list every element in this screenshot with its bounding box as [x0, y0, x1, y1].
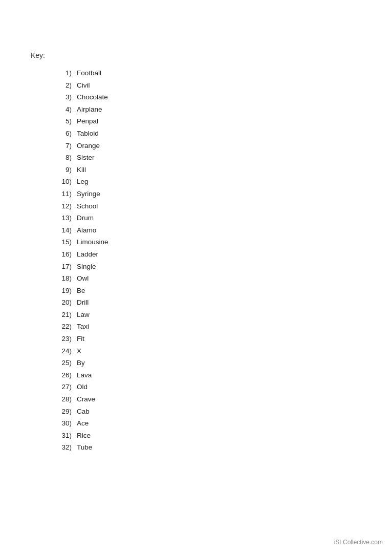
list-item: 2)Civil — [41, 80, 361, 91]
list-item: 23)Fit — [41, 333, 361, 345]
item-value: Tube — [77, 442, 92, 453]
list-item: 6)Tabloid — [41, 128, 361, 139]
page: Key: 1)Football2)Civil3)Chocolate4)Airpl… — [0, 0, 392, 485]
list-item: 30)Ace — [41, 418, 361, 429]
list-item: 27)Old — [41, 381, 361, 393]
item-value: Leg — [77, 176, 89, 187]
key-label: Key: — [31, 51, 361, 59]
item-number: 4) — [41, 104, 77, 115]
item-number: 10) — [41, 176, 77, 187]
list-item: 25)By — [41, 357, 361, 369]
item-value: Ace — [77, 418, 89, 429]
item-number: 23) — [41, 333, 77, 345]
item-value: Orange — [77, 140, 100, 152]
item-number: 13) — [41, 212, 77, 224]
list-item: 1)Football — [41, 68, 361, 79]
item-number: 19) — [41, 285, 77, 296]
list-item: 28)Crave — [41, 394, 361, 405]
list-item: 4)Airplane — [41, 104, 361, 115]
item-value: Fit — [77, 333, 84, 345]
list-item: 31)Rice — [41, 430, 361, 441]
item-number: 31) — [41, 430, 77, 441]
item-number: 15) — [41, 237, 77, 248]
item-number: 30) — [41, 418, 77, 429]
item-number: 24) — [41, 346, 77, 357]
item-number: 16) — [41, 249, 77, 260]
item-value: Chocolate — [77, 92, 108, 103]
list-item: 16)Ladder — [41, 249, 361, 260]
item-number: 7) — [41, 140, 77, 152]
list-item: 29)Cab — [41, 406, 361, 417]
list-item: 22)Taxi — [41, 321, 361, 332]
item-number: 20) — [41, 297, 77, 308]
item-value: Crave — [77, 394, 95, 405]
list-item: 11)Syringe — [41, 188, 361, 200]
list-item: 15)Limousine — [41, 237, 361, 248]
item-number: 17) — [41, 261, 77, 272]
list-item: 13)Drum — [41, 212, 361, 224]
list-item: 24)X — [41, 346, 361, 357]
list-item: 7)Orange — [41, 140, 361, 152]
item-number: 14) — [41, 225, 77, 236]
item-value: Law — [77, 309, 90, 321]
item-number: 21) — [41, 309, 77, 321]
list-item: 18)Owl — [41, 273, 361, 284]
item-number: 32) — [41, 442, 77, 453]
item-number: 6) — [41, 128, 77, 139]
item-number: 18) — [41, 273, 77, 284]
item-value: Civil — [77, 80, 90, 91]
item-value: Owl — [77, 273, 89, 284]
item-number: 2) — [41, 80, 77, 91]
list-item: 21)Law — [41, 309, 361, 321]
item-value: Tabloid — [77, 128, 99, 139]
answer-list: 1)Football2)Civil3)Chocolate4)Airplane5)… — [41, 68, 361, 453]
item-number: 5) — [41, 116, 77, 127]
item-number: 27) — [41, 381, 77, 393]
list-item: 19)Be — [41, 285, 361, 296]
item-number: 25) — [41, 357, 77, 369]
item-number: 26) — [41, 370, 77, 381]
item-value: Be — [77, 285, 85, 296]
list-item: 14)Alamo — [41, 225, 361, 236]
item-value: Ladder — [77, 249, 98, 260]
list-item: 20)Drill — [41, 297, 361, 308]
item-number: 12) — [41, 201, 77, 212]
list-item: 26)Lava — [41, 370, 361, 381]
item-value: Lava — [77, 370, 92, 381]
footer-brand: iSLCollective.com — [334, 539, 383, 546]
item-value: Syringe — [77, 188, 100, 200]
item-value: X — [77, 346, 81, 357]
item-value: By — [77, 357, 85, 369]
item-number: 3) — [41, 92, 77, 103]
item-value: Single — [77, 261, 96, 272]
list-item: 5)Penpal — [41, 116, 361, 127]
item-value: Cab — [77, 406, 90, 417]
list-item: 10)Leg — [41, 176, 361, 187]
list-item: 9)Kill — [41, 164, 361, 176]
item-value: Taxi — [77, 321, 89, 332]
item-value: Limousine — [77, 237, 108, 248]
list-item: 32)Tube — [41, 442, 361, 453]
list-item: 17)Single — [41, 261, 361, 272]
item-number: 22) — [41, 321, 77, 332]
list-item: 12)School — [41, 201, 361, 212]
list-item: 3)Chocolate — [41, 92, 361, 103]
item-value: Kill — [77, 164, 86, 176]
item-value: Penpal — [77, 116, 98, 127]
item-value: Alamo — [77, 225, 96, 236]
item-value: Football — [77, 68, 101, 79]
list-item: 8)Sister — [41, 152, 361, 163]
item-value: Sister — [77, 152, 95, 163]
item-number: 9) — [41, 164, 77, 176]
item-number: 29) — [41, 406, 77, 417]
item-value: School — [77, 201, 98, 212]
item-value: Airplane — [77, 104, 102, 115]
item-number: 8) — [41, 152, 77, 163]
item-value: Rice — [77, 430, 91, 441]
item-value: Drum — [77, 212, 94, 224]
item-value: Old — [77, 381, 88, 393]
item-number: 28) — [41, 394, 77, 405]
item-number: 1) — [41, 68, 77, 79]
item-value: Drill — [77, 297, 89, 308]
item-number: 11) — [41, 188, 77, 200]
